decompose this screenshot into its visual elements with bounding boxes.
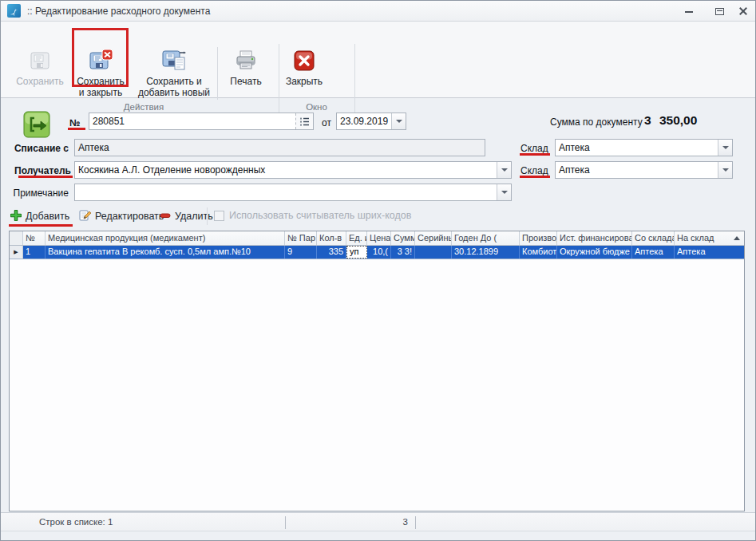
save-and-add-new-button[interactable]: Сохранить и добавить новый <box>133 45 215 103</box>
cell-funding: Окружной бюдже <box>557 246 632 259</box>
minimize-icon <box>685 10 693 13</box>
close-window-button[interactable]: Закрыть <box>282 45 327 103</box>
cell-manufacturer: Комбиотех <box>520 246 557 259</box>
warehouse1-combo[interactable]: Аптека <box>555 139 733 156</box>
barcode-checkbox-label: Использовать считыватель шрих-кодов <box>229 210 411 221</box>
doc-number-list-button[interactable] <box>295 113 314 130</box>
grid-header-serial[interactable]: Серийны <box>415 231 452 245</box>
grid-header-manufacturer[interactable]: Производит <box>520 231 557 245</box>
edit-row-button[interactable]: Редактировать <box>79 207 164 226</box>
grid-header-expiry[interactable]: Годен До ( <box>452 231 520 245</box>
minimize-button[interactable] <box>680 4 698 18</box>
numbered-list-icon <box>295 113 313 129</box>
document-total-label: Сумма по документу <box>550 116 643 128</box>
cell-from-warehouse: Аптека <box>632 246 675 259</box>
note-combo[interactable] <box>74 184 512 201</box>
grid-header-from-warehouse[interactable]: Со склада <box>632 231 675 245</box>
document-total-value: 3 350,00 <box>644 113 697 128</box>
cell-product: Вакцина гепатита В рекомб. сусп. 0,5мл а… <box>46 246 285 259</box>
print-label: Печать <box>230 76 261 87</box>
date-value: 23.09.2019 <box>337 116 391 127</box>
maximize-button[interactable] <box>710 4 728 18</box>
close-icon <box>738 6 748 16</box>
recipient-combo[interactable]: Косякина А.Л. Отделение новорожденных <box>74 161 512 179</box>
grid-header-funding[interactable]: Ист. финансирова <box>557 231 632 245</box>
table-row[interactable]: ▶ 1 Вакцина гепатита В рекомб. сусп. 0,5… <box>10 246 744 259</box>
cell-sum: 3 3! <box>391 246 415 259</box>
warehouse2-dropdown-button[interactable] <box>718 162 732 178</box>
chevron-down-icon <box>722 146 729 149</box>
plus-icon <box>10 210 22 223</box>
chevron-down-icon <box>722 168 729 172</box>
pencil-icon <box>79 209 91 223</box>
cell-unit[interactable]: уп <box>346 246 367 259</box>
writeoff-value: Аптека <box>75 142 485 153</box>
save-button: Сохранить <box>12 45 68 103</box>
warehouse2-value: Аптека <box>556 164 718 176</box>
warehouse2-combo[interactable]: Аптека <box>555 161 733 179</box>
date-picker[interactable]: 23.09.2019 <box>336 113 406 130</box>
grid-header-indicator <box>10 231 23 245</box>
cell-price: 10,( <box>367 246 391 259</box>
save-icon <box>28 45 52 76</box>
add-row-label: Добавить <box>26 211 69 222</box>
cell-qty: 335 <box>317 246 346 259</box>
barcode-checkbox <box>214 211 224 221</box>
cell-expiry: 30.12.1899 <box>452 246 520 259</box>
minus-icon <box>160 210 171 223</box>
status-bar: Строк в списке: 1 3 <box>1 512 755 531</box>
writeoff-field: Аптека <box>74 139 485 156</box>
date-dropdown-button[interactable] <box>391 113 406 129</box>
annotation-rect-save-and-close <box>72 28 129 87</box>
warehouse1-label: Склад <box>520 143 548 154</box>
annotation-underline-warehouse1 <box>520 153 550 156</box>
note-dropdown-button[interactable] <box>497 184 511 200</box>
annotation-underline-add-button <box>9 224 73 227</box>
maximize-icon <box>715 8 724 15</box>
save-and-add-new-icon <box>160 45 188 76</box>
chevron-down-icon <box>396 120 402 123</box>
note-label: Примечание <box>9 188 69 199</box>
close-button[interactable] <box>734 4 752 18</box>
app-icon <box>7 4 21 18</box>
cell-serial <box>415 246 452 259</box>
cell-batch: 9 <box>285 246 317 259</box>
grid-header-batch[interactable]: № Пар <box>285 231 317 245</box>
row-indicator-icon: ▶ <box>10 246 23 259</box>
status-divider <box>285 516 286 529</box>
grid-header-to-warehouse[interactable]: На склад <box>675 231 744 245</box>
warehouse2-label: Склад <box>520 165 548 176</box>
status-center-value: 3 <box>336 517 408 527</box>
chevron-down-icon <box>501 191 508 194</box>
ribbon-separator <box>217 47 218 100</box>
edit-row-label: Редактировать <box>95 211 164 222</box>
annotation-underline-warehouse2 <box>520 176 550 178</box>
warehouse1-dropdown-button[interactable] <box>718 140 732 156</box>
delete-row-button[interactable]: Удалить <box>160 207 213 226</box>
grid-header-num[interactable]: № <box>23 231 46 245</box>
grid-header-unit[interactable]: Ед. и: <box>346 231 367 245</box>
stork-logo-icon <box>9 6 19 16</box>
print-button[interactable]: Печать <box>224 45 267 103</box>
writeoff-label: Списание с <box>9 143 69 154</box>
sort-asc-icon <box>734 236 740 240</box>
date-label: от <box>322 117 331 128</box>
grid-header-sum[interactable]: Сумм <box>391 231 415 245</box>
ribbon-group-separator <box>354 44 355 114</box>
grid-header-price[interactable]: Цена <box>367 231 391 245</box>
grid-header-qty[interactable]: Кол-в <box>317 231 346 245</box>
add-row-button[interactable]: Добавить <box>10 207 69 226</box>
chevron-down-icon <box>501 168 508 172</box>
titlebar: :: Редактирование расходного документа <box>1 1 755 22</box>
recipient-dropdown-button[interactable] <box>497 162 511 178</box>
grid-header-product[interactable]: Медицинская продукция (медикамент) <box>46 231 285 245</box>
save-and-add-new-label: Сохранить и <box>146 76 202 87</box>
doc-export-icon <box>23 111 50 140</box>
doc-number-input[interactable] <box>89 113 296 130</box>
cell-num: 1 <box>23 246 46 259</box>
window: :: Редактирование расходного документа С… <box>0 0 756 541</box>
doc-number-label: № <box>69 117 80 128</box>
rows-count-label: Строк в списке: 1 <box>39 517 113 527</box>
close-window-label: Закрыть <box>286 76 323 87</box>
status-divider <box>415 516 416 529</box>
